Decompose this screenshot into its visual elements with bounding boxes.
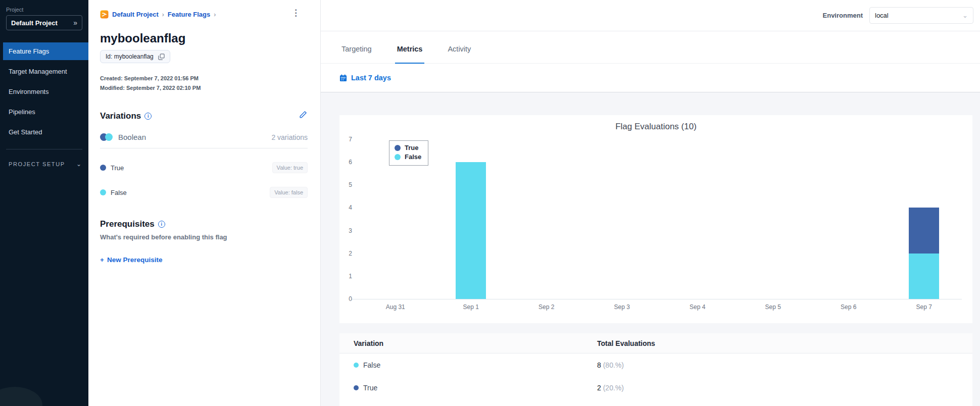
x-axis-label: Sep 2	[509, 303, 584, 311]
environment-bar: Environment local ⌄	[321, 0, 980, 31]
sidebar-nav: Feature Flags Target Management Environm…	[0, 42, 88, 141]
metrics-panel: Environment local ⌄ Targeting Metrics Ac…	[321, 0, 980, 406]
chart-category-slot: Sep 5	[736, 139, 811, 299]
false-row-name: False	[363, 361, 380, 369]
info-icon[interactable]: i	[144, 113, 152, 120]
flag-title: mybooleanflag	[100, 31, 308, 45]
variation-row-false: False Value: false	[100, 187, 308, 198]
breadcrumb: Default Project › Feature Flags ›	[100, 0, 308, 19]
true-variation-value: Value: true	[272, 162, 308, 173]
project-name: Default Project	[11, 19, 58, 27]
legend-label: True	[405, 143, 418, 153]
true-variation-dot	[100, 165, 106, 171]
false-row-count: 8	[597, 361, 601, 369]
sidebar-item-get-started[interactable]: Get Started	[0, 123, 88, 141]
bar-segment	[909, 208, 939, 253]
x-axis-label: Sep 6	[811, 303, 887, 311]
chevron-down-icon: ⌄	[76, 161, 81, 168]
flag-id-text: Id: mybooleanflag	[106, 53, 154, 60]
legend-item[interactable]: False	[395, 153, 421, 162]
breadcrumb-feature-flags[interactable]: Feature Flags	[168, 11, 211, 18]
chart-title: Flag Evaluations (10)	[339, 115, 972, 132]
stacked-bar[interactable]	[909, 208, 939, 299]
chart-category-slot: Sep 3	[584, 139, 660, 299]
false-row-dot	[354, 363, 359, 368]
new-prerequisite-button[interactable]: + New Prerequisite	[100, 256, 162, 264]
false-variation-name: False	[111, 189, 127, 196]
y-axis-tick: 1	[349, 273, 352, 280]
chart-category-slot: Sep 7	[887, 139, 962, 299]
true-variation-name: True	[111, 164, 124, 172]
chart-legend[interactable]: TrueFalse	[389, 140, 428, 166]
stacked-bar[interactable]	[456, 162, 486, 299]
true-row-count: 2	[597, 384, 601, 392]
legend-dot	[395, 145, 401, 151]
chevron-down-icon: ⌄	[962, 12, 968, 19]
flag-id-chip[interactable]: Id: mybooleanflag	[100, 50, 170, 63]
variation-row-true: True Value: true	[100, 162, 308, 173]
info-icon[interactable]: i	[158, 221, 165, 228]
flag-created: Created: September 7, 2022 01:56 PM	[100, 74, 308, 83]
edit-variations-button[interactable]	[299, 110, 308, 119]
chart-category-slot: Sep 1	[433, 139, 509, 299]
environment-select[interactable]: local ⌄	[869, 7, 973, 24]
flag-detail-panel: Default Project › Feature Flags › ⋮ mybo…	[88, 0, 321, 406]
x-axis-label: Sep 7	[887, 303, 962, 311]
y-axis-tick: 7	[349, 136, 352, 143]
sidebar-divider	[6, 149, 82, 149]
calendar-icon	[339, 74, 347, 82]
variations-heading: Variations	[100, 111, 141, 121]
kebab-menu-icon[interactable]: ⋮	[291, 9, 300, 17]
flag-evaluations-chart: Flag Evaluations (10) Aug 31Sep 1Sep 2Se…	[339, 115, 972, 323]
variation-type-row: Boolean 2 variations	[100, 133, 308, 148]
sidebar: Project Default Project » Feature Flags …	[0, 0, 88, 406]
y-axis-tick: 5	[349, 181, 352, 188]
chart-category-slot: Sep 6	[811, 139, 887, 299]
date-range-bar: Last 7 days	[321, 64, 980, 92]
breadcrumb-separator: ›	[214, 11, 216, 18]
variation-count: 2 variations	[271, 133, 308, 141]
project-setup-toggle[interactable]: PROJECT SETUP ⌄	[9, 161, 81, 168]
environment-label: Environment	[823, 12, 863, 19]
sidebar-item-environments[interactable]: Environments	[0, 83, 88, 100]
project-selector[interactable]: Default Project »	[6, 15, 82, 30]
x-axis-label: Sep 1	[433, 303, 509, 311]
tab-activity[interactable]: Activity	[446, 45, 473, 64]
sidebar-item-target-management[interactable]: Target Management	[0, 63, 88, 80]
collapse-icon[interactable]: »	[73, 19, 77, 27]
breadcrumb-separator: ›	[162, 11, 164, 18]
sidebar-item-pipelines[interactable]: Pipelines	[0, 103, 88, 121]
y-axis-tick: 0	[349, 295, 352, 302]
column-variation: Variation	[354, 339, 597, 347]
variation-type-label: Boolean	[118, 133, 146, 141]
column-total-evaluations: Total Evaluations	[597, 339, 958, 347]
tab-metrics[interactable]: Metrics	[395, 45, 425, 64]
table-header-row: Variation Total Evaluations	[339, 333, 972, 353]
x-axis-label: Aug 31	[358, 303, 433, 311]
environment-selected-value: local	[875, 12, 889, 19]
help-bubble[interactable]	[0, 387, 42, 406]
y-axis-tick: 2	[349, 250, 352, 257]
chart-plot-area: Aug 31Sep 1Sep 2Sep 3Sep 4Sep 5Sep 6Sep …	[358, 139, 962, 299]
true-row-dot	[354, 385, 359, 390]
x-axis-label: Sep 5	[736, 303, 811, 311]
chart-category-slot: Sep 2	[509, 139, 584, 299]
featbit-logo-icon	[100, 10, 109, 19]
evaluations-table: Variation Total Evaluations False 8 (80.…	[339, 333, 972, 406]
breadcrumb-default-project[interactable]: Default Project	[112, 11, 159, 18]
copy-icon[interactable]	[158, 54, 165, 60]
table-row-false: False 8 (80.%)	[339, 353, 972, 376]
y-axis-tick: 3	[349, 227, 352, 234]
x-axis-label: Sep 4	[660, 303, 736, 311]
tab-targeting[interactable]: Targeting	[339, 45, 374, 64]
date-range-picker[interactable]: Last 7 days	[339, 74, 391, 82]
flag-modified: Modified: September 7, 2022 02:10 PM	[100, 83, 308, 93]
sidebar-item-feature-flags[interactable]: Feature Flags	[3, 42, 88, 60]
legend-item[interactable]: True	[395, 143, 421, 153]
prerequisites-description: What's required before enabling this fla…	[100, 233, 308, 241]
date-range-label: Last 7 days	[351, 74, 391, 82]
metrics-content: Flag Evaluations (10) Aug 31Sep 1Sep 2Se…	[321, 92, 980, 406]
true-row-name: True	[363, 384, 377, 392]
y-axis-tick: 4	[349, 204, 352, 211]
project-setup-label: PROJECT SETUP	[9, 161, 65, 167]
